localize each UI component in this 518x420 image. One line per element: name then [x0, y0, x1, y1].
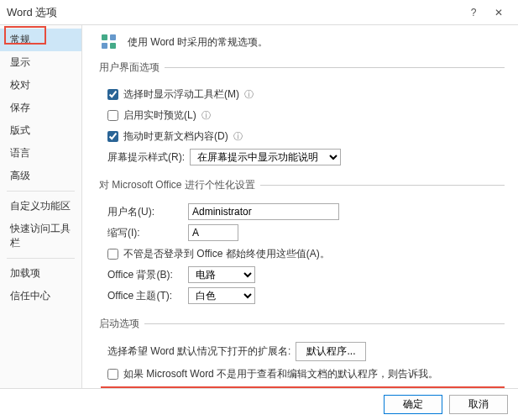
info-icon: ⓘ	[201, 109, 211, 122]
group-office-legend: 对 Microsoft Office 进行个性化设置	[99, 178, 260, 192]
label-username: 用户名(U):	[107, 205, 183, 219]
sidebar-item-language[interactable]: 语言	[0, 142, 81, 165]
sidebar: 常规 显示 校对 保存 版式 语言 高级 自定义功能区 快速访问工具栏 加载项 …	[0, 25, 82, 388]
main-area: 常规 显示 校对 保存 版式 语言 高级 自定义功能区 快速访问工具栏 加载项 …	[0, 25, 518, 388]
input-username[interactable]	[188, 203, 339, 220]
page-header-text: 使用 Word 时采用的常规选项。	[128, 35, 268, 50]
sidebar-item-save[interactable]: 保存	[0, 97, 81, 119]
sidebar-item-layout[interactable]: 版式	[0, 119, 81, 142]
label-live-preview[interactable]: 启用实时预览(L)	[123, 108, 196, 123]
window-title: Word 选项	[7, 5, 461, 20]
svg-rect-2	[102, 43, 107, 49]
sidebar-item-proofing[interactable]: 校对	[0, 74, 81, 97]
sidebar-item-advanced[interactable]: 高级	[0, 165, 81, 187]
ok-button[interactable]: 确定	[384, 395, 442, 414]
checkbox-not-default[interactable]	[107, 369, 118, 380]
svg-rect-3	[110, 43, 116, 49]
svg-rect-0	[102, 34, 107, 40]
group-startup-legend: 启动选项	[99, 317, 144, 331]
help-button[interactable]: ?	[461, 0, 486, 25]
label-office-theme: Office 主题(T):	[107, 289, 183, 303]
label-mini-toolbar[interactable]: 选择时显示浮动工具栏(M)	[123, 87, 239, 102]
label-initials: 缩写(I):	[107, 226, 183, 240]
select-office-bg[interactable]: 电路	[188, 266, 255, 283]
group-ui: 用户界面选项 选择时显示浮动工具栏(M) ⓘ 启用实时预览(L) ⓘ 拖动时更新…	[99, 60, 505, 170]
select-office-theme[interactable]: 白色	[188, 287, 255, 304]
cancel-button[interactable]: 取消	[449, 395, 508, 414]
sidebar-item-qat[interactable]: 快速访问工具栏	[0, 218, 81, 255]
checkbox-mini-toolbar[interactable]	[107, 89, 118, 100]
sidebar-separator	[7, 258, 75, 259]
info-icon: ⓘ	[233, 130, 243, 143]
sidebar-item-general[interactable]: 常规	[0, 29, 81, 51]
group-startup: 启动选项 选择希望 Word 默认情况下打开的扩展名: 默认程序... 如果 M…	[99, 317, 505, 388]
sidebar-separator	[7, 191, 75, 192]
close-button[interactable]: ✕	[486, 0, 511, 25]
svg-rect-1	[110, 34, 116, 40]
sidebar-item-addins[interactable]: 加载项	[0, 262, 81, 285]
label-office-bg: Office 背景(B):	[107, 268, 183, 282]
options-icon	[99, 32, 119, 52]
sidebar-item-customize-ribbon[interactable]: 自定义功能区	[0, 195, 81, 218]
label-not-default[interactable]: 如果 Microsoft Word 不是用于查看和编辑文档的默认程序，则告诉我。	[123, 367, 438, 381]
sidebar-item-trust[interactable]: 信任中心	[0, 285, 81, 307]
title-bar: Word 选项 ? ✕	[0, 0, 518, 25]
label-screentip-style: 屏幕提示样式(R):	[107, 150, 185, 165]
checkbox-update-content[interactable]	[107, 131, 118, 142]
label-choose-ext: 选择希望 Word 默认情况下打开的扩展名:	[107, 344, 290, 359]
checkbox-always-use[interactable]	[107, 249, 118, 260]
dialog-footer: 确定 取消	[0, 388, 518, 420]
input-initials[interactable]	[188, 224, 238, 241]
label-update-content[interactable]: 拖动时更新文档内容(D)	[123, 129, 228, 144]
group-office: 对 Microsoft Office 进行个性化设置 用户名(U): 缩写(I)…	[99, 178, 505, 308]
info-icon: ⓘ	[244, 88, 254, 101]
label-always-use[interactable]: 不管是否登录到 Office 都始终使用这些值(A)。	[123, 247, 330, 261]
default-programs-button[interactable]: 默认程序...	[296, 342, 366, 361]
sidebar-item-display[interactable]: 显示	[0, 51, 81, 74]
page-header: 使用 Word 时采用的常规选项。	[99, 32, 505, 52]
checkbox-live-preview[interactable]	[107, 110, 118, 121]
select-screentip-style[interactable]: 在屏幕提示中显示功能说明	[190, 149, 341, 165]
group-ui-legend: 用户界面选项	[99, 60, 165, 75]
content-pane: 使用 Word 时采用的常规选项。 用户界面选项 选择时显示浮动工具栏(M) ⓘ…	[82, 25, 518, 388]
